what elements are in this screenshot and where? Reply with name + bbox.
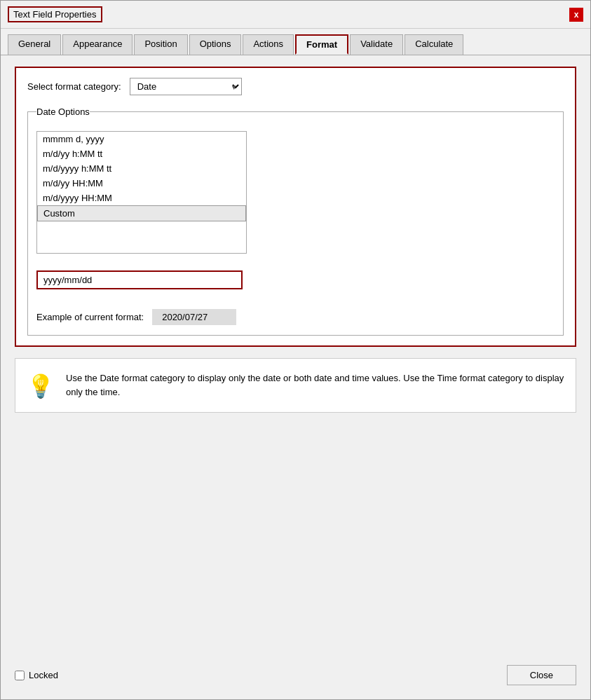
info-section: 💡 Use the Date format category to displa… [15,358,576,413]
date-list-wrapper: mmmm d, yyyy m/d/yy h:MM tt m/d/yyyy h:M… [36,131,555,262]
example-value: 2020/07/27 [152,309,236,325]
locked-row: Locked [15,670,58,680]
custom-format-input[interactable] [38,272,241,288]
info-text: Use the Date format category to display … [66,371,564,399]
example-label: Example of current format: [36,312,144,322]
format-category-select[interactable]: None Number Percentage Date Time Special… [130,78,242,95]
locked-checkbox[interactable] [15,671,25,680]
close-title-button[interactable]: x [569,8,583,22]
tab-options[interactable]: Options [189,34,242,55]
format-category-label: Select format category: [27,81,121,92]
tab-calculate[interactable]: Calculate [405,34,463,55]
tab-position[interactable]: Position [134,34,187,55]
list-item[interactable]: m/d/yy h:MM tt [37,146,246,161]
date-format-list[interactable]: mmmm d, yyyy m/d/yy h:MM tt m/d/yyyy h:M… [36,131,247,254]
title-bar: Text Field Properties x [1,1,590,29]
close-button[interactable]: Close [507,665,576,685]
dialog-window: Text Field Properties x General Appearan… [0,0,591,700]
date-options-group: Date Options mmmm d, yyyy m/d/yy h:MM tt… [27,107,564,336]
list-item[interactable]: m/d/yyyy HH:MM [37,191,246,205]
list-item[interactable]: m/d/yy HH:MM [37,176,246,191]
date-options-legend: Date Options [36,107,90,117]
tab-validate[interactable]: Validate [350,34,403,55]
main-content: Select format category: None Number Perc… [1,55,590,441]
format-category-select-wrapper: None Number Percentage Date Time Special… [130,78,242,95]
example-row: Example of current format: 2020/07/27 [36,309,555,325]
format-category-row: Select format category: None Number Perc… [27,78,564,95]
list-item-custom[interactable]: Custom [37,205,246,221]
tabs-row: General Appearance Position Options Acti… [1,29,590,55]
tab-format[interactable]: Format [295,34,348,55]
list-item[interactable]: m/d/yyyy h:MM tt [37,161,246,176]
locked-label: Locked [29,670,58,680]
footer-row: Locked Close [1,658,590,692]
format-section: Select format category: None Number Perc… [15,67,576,347]
dialog-title: Text Field Properties [8,6,102,22]
tab-general[interactable]: General [8,34,61,55]
tab-actions[interactable]: Actions [243,34,294,55]
tab-appearance[interactable]: Appearance [62,34,133,55]
list-item[interactable]: mmmm d, yyyy [37,132,246,146]
custom-input-wrapper [36,270,243,289]
bulb-icon: 💡 [27,373,55,399]
